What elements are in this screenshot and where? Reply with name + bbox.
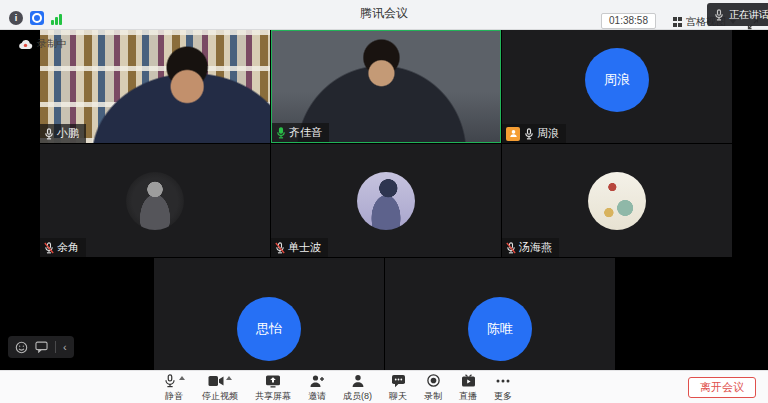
more-icon [495, 378, 511, 384]
participant-name: 余角 [57, 240, 79, 255]
share-screen-icon [265, 374, 281, 388]
recording-label: 录制中 [37, 37, 67, 51]
participant-name-tag: 余角 [40, 238, 86, 257]
participant-name: 小鹏 [57, 126, 79, 141]
live-stream-button[interactable]: 直播 [459, 373, 477, 403]
avatar [588, 172, 646, 230]
avatar: 陈唯 [468, 297, 532, 361]
host-badge-icon [506, 127, 520, 141]
avatar: 思怡 [237, 297, 301, 361]
participant-tile-qijiayin[interactable]: 齐佳音 [271, 30, 501, 143]
participant-name: 单士波 [288, 240, 321, 255]
cloud-recording-indicator: 录制中 [18, 37, 67, 51]
video-grid: 小鹏 齐佳音 周浪 周浪 [0, 30, 768, 370]
avatar [126, 172, 184, 230]
members-button[interactable]: 成员(8) [343, 373, 372, 403]
participant-name: 齐佳音 [289, 125, 322, 140]
participant-tile-yujiao[interactable]: 余角 [40, 144, 270, 257]
participant-tile-zhoulang[interactable]: 周浪 周浪 [502, 30, 732, 143]
meeting-timer: 01:38:58 [601, 13, 656, 29]
participant-tile-chenwei[interactable]: 陈唯 [385, 258, 615, 370]
avatar: 周浪 [585, 48, 649, 112]
live-icon [461, 374, 476, 387]
bottom-toolbar: 静音 停止视频 共享屏幕 [0, 370, 768, 403]
record-icon [426, 373, 441, 388]
title-bar: i 腾讯会议 01:38:58 宫格视图 [0, 0, 768, 30]
mute-button[interactable]: 静音 [163, 373, 185, 403]
record-button[interactable]: 录制 [424, 373, 442, 403]
mic-muted-icon [44, 242, 54, 254]
participant-name-tag: 汤海燕 [502, 238, 559, 257]
participant-tile-shanshibo[interactable]: 单士波 [271, 144, 501, 257]
participant-name: 汤海燕 [519, 240, 552, 255]
participant-name: 周浪 [537, 126, 559, 141]
participant-tile-xiaopeng[interactable]: 小鹏 [40, 30, 270, 143]
invite-button[interactable]: 邀请 [308, 373, 326, 403]
video-options-caret[interactable] [226, 376, 232, 380]
invite-icon [309, 374, 325, 388]
chat-bubble-icon[interactable] [35, 341, 48, 353]
stop-video-button[interactable]: 停止视频 [202, 373, 238, 403]
participant-name-tag: 单士波 [271, 238, 328, 257]
toolbar-items: 静音 停止视频 共享屏幕 [163, 371, 512, 403]
more-button[interactable]: 更多 [494, 373, 512, 403]
quick-actions-pill[interactable]: ‹ [8, 336, 74, 358]
mic-speaking-icon [276, 127, 286, 139]
participant-tile-siyi[interactable]: 思怡 [154, 258, 384, 370]
speaking-text: 正在讲话: 齐佳音 [729, 8, 768, 22]
mic-icon [714, 9, 724, 21]
mic-options-caret[interactable] [179, 376, 185, 380]
avatar [357, 172, 415, 230]
chat-icon [391, 374, 406, 388]
grid-view-icon [673, 17, 683, 27]
camera-icon [208, 375, 224, 387]
mic-muted-icon [275, 242, 285, 254]
participant-name-tag: 齐佳音 [272, 123, 329, 142]
mic-on-icon [524, 128, 534, 140]
mic-muted-icon [506, 242, 516, 254]
divider [55, 341, 56, 353]
participant-name-tag: 小鹏 [40, 124, 86, 143]
leave-meeting-button[interactable]: 离开会议 [688, 377, 756, 398]
mic-icon [163, 373, 177, 389]
emoji-reaction-icon[interactable] [15, 341, 28, 354]
speaking-indicator-tooltip: 正在讲话: 齐佳音 [707, 3, 768, 26]
participant-tile-tanghaiyan[interactable]: 汤海燕 [502, 144, 732, 257]
members-icon [351, 374, 365, 388]
chat-button[interactable]: 聊天 [389, 373, 407, 403]
mic-on-icon [44, 128, 54, 140]
participant-name-tag: 周浪 [502, 124, 566, 143]
cloud-record-icon [18, 39, 33, 50]
share-screen-button[interactable]: 共享屏幕 [255, 373, 291, 403]
collapse-chevron-icon[interactable]: ‹ [63, 342, 67, 353]
